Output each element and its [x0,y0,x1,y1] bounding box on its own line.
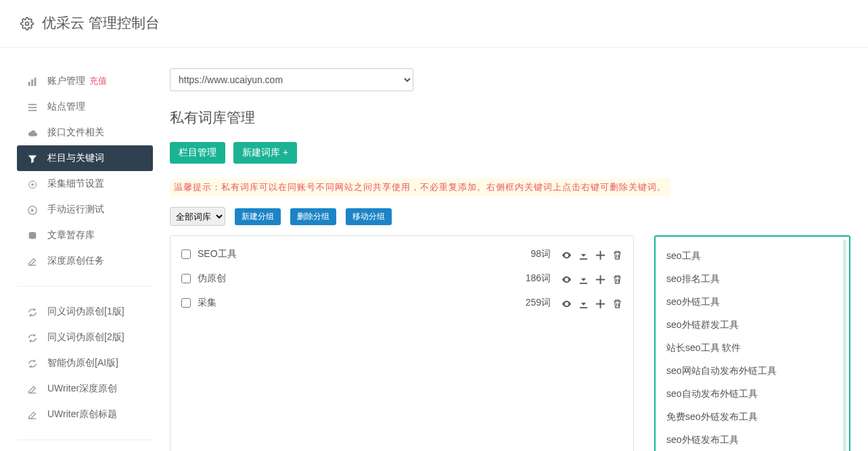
keyword-item[interactable]: seo外链工具 [666,292,838,315]
lexicon-name[interactable]: 伪原创 [198,272,519,285]
plus-icon[interactable] [595,248,606,260]
sidebar-item-1[interactable]: 站点管理 [17,94,153,120]
group-select[interactable]: 全部词库 [170,207,225,226]
site-select[interactable]: https://www.ucaiyun.com [170,68,413,91]
lexicon-count: 98词 [530,248,551,260]
lexicon-row: 伪原创186词 [181,268,622,293]
filter-icon [27,153,38,164]
svg-rect-3 [35,78,37,86]
lexicon-checkbox[interactable] [181,250,191,259]
lexicon-list-panel: SEO工具98词伪原创186词采集259词 [170,235,634,451]
lexicon-count: 186词 [526,272,551,285]
eye-icon[interactable] [562,272,572,285]
plus-icon[interactable] [595,272,606,285]
svg-rect-5 [28,107,37,108]
refresh-icon [27,306,38,317]
eye-icon[interactable] [562,248,572,260]
download-icon[interactable] [578,248,589,260]
sidebar-item-label: 采集细节设置 [47,178,104,190]
play-icon [27,204,38,215]
cloud-icon [27,127,38,138]
svg-rect-4 [28,104,37,105]
sidebar-item-label: 同义词伪原创[2版] [47,331,124,343]
db-icon [27,230,38,241]
chart-icon [27,76,38,87]
lexicon-count: 259词 [526,297,551,309]
plus-icon[interactable] [595,297,606,309]
keyword-item[interactable]: seo外链群发工具 [666,315,838,338]
download-icon[interactable] [578,297,589,309]
sidebar-item-1[interactable]: 同义词伪原创[2版] [17,325,153,350]
move-group-button[interactable]: 移动分组 [346,208,392,225]
delete-group-button[interactable]: 删除分组 [290,208,336,225]
sidebar-item-5[interactable]: 手动运行测试 [17,197,153,222]
main-content: https://www.ucaiyun.com 私有词库管理 栏目管理 新建词库… [153,68,868,451]
keyword-list-panel: seo工具seo排名工具seo外链工具seo外链群发工具站长seo工具 软件se… [654,235,850,451]
keyword-item[interactable]: seo排名工具 [666,269,838,292]
sidebar: 账户管理 充值站点管理接口文件相关栏目与关键词采集细节设置手动运行测试文章暂存库… [0,68,153,451]
sidebar-item-label: 深度原创任务 [47,255,104,267]
sidebar-item-label: UWriter原创标题 [47,408,117,421]
sidebar-item-label: 文章暂存库 [47,229,95,241]
lexicon-row: 采集259词 [181,293,622,317]
sidebar-item-0[interactable]: 同义词伪原创[1版] [17,299,153,325]
sidebar-item-4[interactable]: 采集细节设置 [17,171,153,197]
sidebar-item-label: 接口文件相关 [47,126,104,139]
svg-rect-1 [28,82,30,86]
svg-rect-6 [28,110,37,112]
download-icon[interactable] [578,272,589,285]
edit-icon [27,256,38,266]
new-group-button[interactable]: 新建分组 [235,208,281,225]
new-lexicon-button[interactable]: 新建词库 + [233,142,297,164]
svg-point-0 [26,22,29,26]
keyword-item[interactable]: seo工具 [666,246,838,269]
svg-point-7 [31,183,34,186]
sidebar-item-7[interactable]: 深度原创任务 [17,248,153,274]
sidebar-item-label: 手动运行测试 [47,204,104,216]
sidebar-item-4[interactable]: UWriter原创标题 [17,402,153,427]
page-header-title: 优采云 管理控制台 [42,14,160,32]
eye-icon[interactable] [562,297,572,309]
sidebar-item-label: 智能伪原创[AI版] [47,357,118,369]
sidebar-item-label: 账户管理 充值 [47,75,107,87]
keyword-item[interactable]: seo网站自动发布外链工具 [666,361,838,384]
sidebar-item-label: 栏目与关键词 [47,152,104,164]
trash-icon[interactable] [612,272,622,285]
sidebar-item-label: 同义词伪原创[1版] [47,306,124,318]
lexicon-name[interactable]: 采集 [198,297,519,309]
sidebar-item-label: 站点管理 [47,101,85,113]
badge: 充值 [89,76,107,86]
edit-icon [27,383,38,394]
sidebar-item-2[interactable]: 智能伪原创[AI版] [17,350,153,376]
keyword-item[interactable]: 站长seo工具 软件 [666,338,838,361]
gears-icon [27,179,38,189]
keyword-item[interactable]: seo外链发布工具 [666,430,838,451]
lexicon-row: SEO工具98词 [181,244,622,268]
keyword-item[interactable]: 免费seo外链发布工具 [666,407,838,430]
svg-rect-2 [31,80,33,87]
category-manage-button[interactable]: 栏目管理 [170,142,225,164]
sidebar-item-3[interactable]: UWriter深度原创 [17,376,153,402]
tip-text: 温馨提示：私有词库可以在同账号不同网站之间共享使用，不必重复添加。右侧框内关键词… [170,179,670,196]
lexicon-checkbox[interactable] [181,274,191,283]
trash-icon[interactable] [612,248,622,260]
gear-icon [20,16,34,31]
refresh-icon [27,358,38,369]
refresh-icon [27,332,38,343]
list-icon [27,101,38,112]
sidebar-item-6[interactable]: 文章暂存库 [17,222,153,248]
lexicon-name[interactable]: SEO工具 [198,248,524,260]
keyword-item[interactable]: seo自动发布外链工具 [666,384,838,407]
lexicon-checkbox[interactable] [181,298,191,308]
sidebar-item-label: UWriter深度原创 [47,383,117,395]
sidebar-item-0[interactable]: 账户管理 充值 [17,68,153,94]
sidebar-item-3[interactable]: 栏目与关键词 [17,145,153,171]
edit-icon [27,409,38,420]
page-title: 私有词库管理 [170,108,850,127]
trash-icon[interactable] [612,297,622,309]
sidebar-item-2[interactable]: 接口文件相关 [17,120,153,145]
